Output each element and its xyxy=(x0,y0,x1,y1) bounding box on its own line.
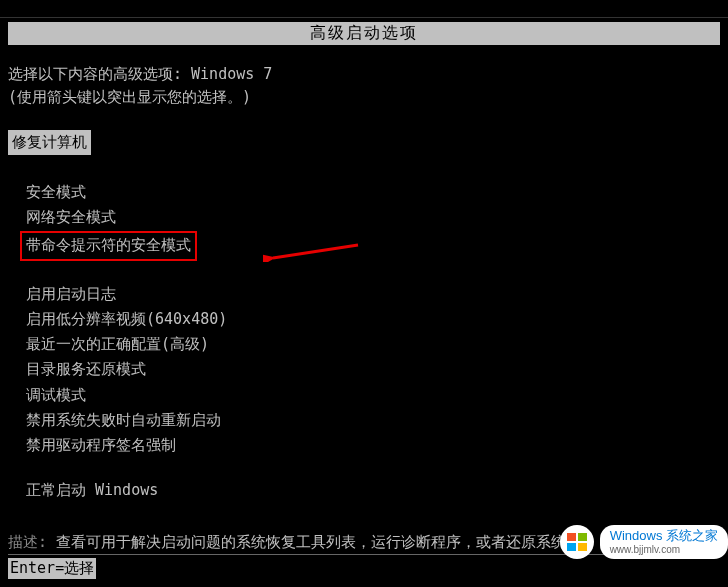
screen-title: 高级启动选项 xyxy=(8,22,720,45)
window-top-border xyxy=(0,0,728,18)
description-label: 描述: xyxy=(8,533,56,551)
option-enable-boot-log[interactable]: 启用启动日志 xyxy=(26,283,720,306)
option-last-known-good[interactable]: 最近一次的正确配置(高级) xyxy=(26,333,720,356)
svg-rect-2 xyxy=(567,533,576,541)
option-debug-mode[interactable]: 调试模式 xyxy=(26,384,720,407)
option-safe-mode-networking[interactable]: 网络安全模式 xyxy=(26,206,720,229)
svg-rect-3 xyxy=(578,533,587,541)
option-disable-driver-sig[interactable]: 禁用驱动程序签名强制 xyxy=(26,434,720,457)
option-low-res-video[interactable]: 启用低分辨率视频(640x480) xyxy=(26,308,720,331)
svg-rect-5 xyxy=(578,543,587,551)
watermark-text: Windows 系统之家 www.bjjmlv.com xyxy=(600,525,728,558)
highlighted-option: 带命令提示符的安全模式 xyxy=(20,231,197,260)
watermark-url: www.bjjmlv.com xyxy=(610,544,718,555)
option-disable-auto-restart[interactable]: 禁用系统失败时自动重新启动 xyxy=(26,409,720,432)
prompt-line-1: 选择以下内容的高级选项: Windows 7 xyxy=(8,63,720,86)
option-ds-restore[interactable]: 目录服务还原模式 xyxy=(26,358,720,381)
boot-menu-content: 选择以下内容的高级选项: Windows 7 (使用箭头键以突出显示您的选择。)… xyxy=(8,55,720,554)
prompt-line-2: (使用箭头键以突出显示您的选择。) xyxy=(8,86,720,109)
options-group-safe-mode: 安全模式 网络安全模式 带命令提示符的安全模式 xyxy=(26,181,720,261)
option-safe-mode-cmd[interactable]: 带命令提示符的安全模式 xyxy=(26,231,720,260)
windows-logo-icon xyxy=(560,525,594,559)
option-repair-computer[interactable]: 修复计算机 xyxy=(8,130,91,155)
svg-rect-4 xyxy=(567,543,576,551)
watermark-brand: Windows 系统之家 xyxy=(610,529,718,543)
option-start-normally[interactable]: 正常启动 Windows xyxy=(26,479,720,502)
options-group-normal: 正常启动 Windows xyxy=(26,479,720,502)
watermark: Windows 系统之家 www.bjjmlv.com xyxy=(560,525,728,559)
footer-enter-hint: Enter=选择 xyxy=(8,558,96,579)
options-group-advanced: 启用启动日志 启用低分辨率视频(640x480) 最近一次的正确配置(高级) 目… xyxy=(26,283,720,458)
option-safe-mode[interactable]: 安全模式 xyxy=(26,181,720,204)
description-text: 查看可用于解决启动问题的系统恢复工具列表，运行诊断程序，或者还原系统。 xyxy=(56,533,581,551)
